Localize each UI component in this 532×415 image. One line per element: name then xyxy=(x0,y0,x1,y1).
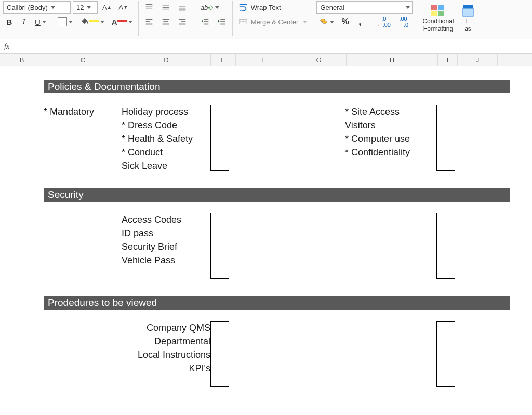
svg-rect-21 xyxy=(220,19,225,20)
number-format-value: General xyxy=(320,4,344,11)
col-header[interactable]: J xyxy=(458,54,498,66)
col-header[interactable]: B xyxy=(0,54,44,66)
comma-button[interactable]: , xyxy=(354,16,366,28)
align-center-button[interactable] xyxy=(158,16,173,28)
wrap-text-icon xyxy=(238,3,248,12)
font-group: Calibri (Body) 12 A▲ A▼ B I U xyxy=(0,1,139,36)
sheet-area[interactable]: Policies & Documentation * Mandatory Hol… xyxy=(0,66,532,389)
list-item[interactable]: * Dress Code xyxy=(122,118,210,132)
increase-indent-button[interactable] xyxy=(215,16,229,28)
section-header-security[interactable]: Security xyxy=(44,188,510,202)
merge-center-label: Merge & Center xyxy=(251,18,299,26)
list-item[interactable]: * Site Access xyxy=(345,105,436,118)
list-item[interactable]: * Conduct xyxy=(122,145,210,159)
list-item[interactable]: Access Codes xyxy=(122,213,210,226)
col-header[interactable]: I xyxy=(438,54,458,66)
percent-button[interactable]: % xyxy=(339,16,351,28)
svg-point-27 xyxy=(323,21,327,23)
checkbox-column[interactable] xyxy=(210,105,229,171)
ribbon: Calibri (Body) 12 A▲ A▼ B I U xyxy=(0,0,532,39)
number-format-combo[interactable]: General xyxy=(316,1,413,14)
format-as-table-button[interactable]: F as xyxy=(459,4,477,33)
italic-button[interactable]: I xyxy=(18,16,30,28)
list-item[interactable]: ID pass xyxy=(122,226,210,240)
accounting-format-button[interactable] xyxy=(316,16,337,28)
list-item[interactable]: * Computer use xyxy=(345,132,436,145)
svg-rect-24 xyxy=(239,4,246,5)
increase-font-button[interactable]: A▲ xyxy=(100,1,114,14)
wrap-text-button[interactable]: Wrap Text xyxy=(236,1,284,14)
svg-rect-2 xyxy=(145,8,152,9)
align-right-button[interactable] xyxy=(175,16,190,28)
font-color-button[interactable]: A xyxy=(109,16,135,28)
font-size-combo[interactable]: 12 xyxy=(73,1,98,14)
fill-color-button[interactable] xyxy=(77,16,107,28)
svg-rect-31 xyxy=(438,11,444,16)
col-header[interactable]: H xyxy=(347,54,438,66)
checkbox-column[interactable] xyxy=(436,213,455,279)
checkbox-column[interactable] xyxy=(436,321,455,387)
list-item[interactable]: KPI's xyxy=(122,362,210,375)
increase-decimal-button[interactable]: .0←.00 xyxy=(375,16,393,28)
paint-bucket-icon xyxy=(80,17,89,28)
decrease-indent-button[interactable] xyxy=(198,16,212,28)
align-left-button[interactable] xyxy=(142,16,156,28)
mandatory-label[interactable]: * Mandatory xyxy=(44,105,122,118)
fx-icon[interactable]: fx xyxy=(4,43,14,51)
list-item[interactable] xyxy=(122,267,210,280)
section-header-procedures[interactable]: Prodedures to be viewed xyxy=(44,296,510,310)
bold-button[interactable]: B xyxy=(3,16,16,28)
list-item[interactable]: Company QMS xyxy=(122,321,210,334)
align-bottom-button[interactable] xyxy=(175,1,190,14)
chevron-down-icon xyxy=(330,21,334,23)
list-item[interactable]: * Health & Safety xyxy=(122,132,210,145)
decrease-font-button[interactable]: A▼ xyxy=(116,1,131,14)
align-top-button[interactable] xyxy=(142,1,156,14)
checkbox-column[interactable] xyxy=(436,105,455,171)
list-item[interactable]: Departmental xyxy=(122,334,210,348)
checkbox-column[interactable] xyxy=(210,213,229,279)
font-name-combo[interactable]: Calibri (Body) xyxy=(3,1,71,14)
list-item[interactable]: Local Instructions xyxy=(122,348,210,362)
col-header[interactable]: C xyxy=(44,54,122,66)
list-item[interactable]: * Confidentiality xyxy=(345,145,436,159)
chevron-down-icon xyxy=(42,21,46,23)
col-header[interactable]: E xyxy=(211,54,236,66)
svg-rect-18 xyxy=(204,19,208,20)
orientation-button[interactable]: ab↻ xyxy=(198,1,222,14)
wrap-text-label: Wrap Text xyxy=(251,4,281,11)
svg-rect-22 xyxy=(220,21,225,22)
section-title: Policies & Documentation xyxy=(48,81,161,92)
borders-button[interactable] xyxy=(55,16,75,28)
col-header[interactable]: F xyxy=(236,54,291,66)
merge-center-button[interactable]: Merge & Center xyxy=(236,16,310,28)
decrease-decimal-button[interactable]: .00→.0 xyxy=(395,16,411,28)
font-name-value: Calibri (Body) xyxy=(7,4,48,11)
conditional-formatting-button[interactable]: Conditional Formatting xyxy=(419,4,457,33)
list-item[interactable]: Security Brief xyxy=(122,240,210,253)
svg-rect-14 xyxy=(162,24,169,25)
list-item[interactable] xyxy=(345,159,436,172)
increase-decimal-icon: .0←.00 xyxy=(377,16,391,28)
section-header-policies[interactable]: Policies & Documentation xyxy=(44,80,510,93)
formula-bar: fx xyxy=(0,39,532,54)
decrease-decimal-icon: .00→.0 xyxy=(398,16,408,28)
list-item[interactable]: Vehicle Pass xyxy=(122,253,210,267)
align-middle-button[interactable] xyxy=(158,1,173,14)
list-item[interactable]: Visitors xyxy=(345,118,436,132)
conditional-formatting-label: Conditional Formatting xyxy=(422,18,454,32)
fill-color-indicator xyxy=(89,20,99,22)
list-item[interactable]: Sick Leave xyxy=(122,159,210,172)
col-header[interactable]: G xyxy=(291,54,347,66)
chevron-down-icon xyxy=(87,6,91,9)
list-item[interactable]: Holiday process xyxy=(122,105,210,118)
svg-rect-5 xyxy=(162,9,169,10)
list-item[interactable] xyxy=(122,375,210,389)
checkbox-column[interactable] xyxy=(210,321,229,387)
underline-button[interactable]: U xyxy=(32,16,49,28)
svg-rect-7 xyxy=(179,8,185,9)
col-header[interactable]: D xyxy=(122,54,211,66)
merge-center-icon xyxy=(238,17,248,26)
formula-input[interactable] xyxy=(14,39,532,53)
svg-rect-3 xyxy=(162,5,169,6)
